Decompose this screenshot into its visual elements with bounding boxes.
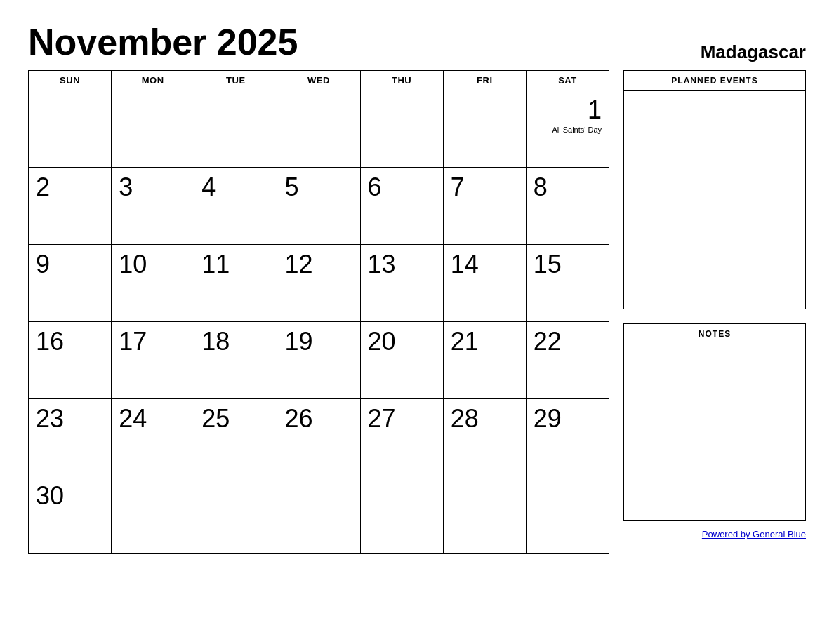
calendar-cell: 13 [360, 245, 443, 322]
calendar-cell [443, 476, 526, 554]
calendar-cell [277, 476, 360, 554]
dow-header-mon: MON [112, 71, 194, 90]
calendar-cell: 7 [443, 168, 526, 245]
calendar-cell: 21 [443, 322, 526, 399]
day-number: 28 [451, 405, 519, 433]
powered-by-link[interactable]: Powered by General Blue [702, 529, 806, 539]
notes-box: NOTES [623, 323, 806, 521]
dow-header-tue: TUE [194, 71, 277, 90]
calendar-cell [360, 476, 443, 554]
calendar-cell: 10 [112, 245, 194, 322]
calendar-cell: 6 [360, 168, 443, 245]
day-number: 26 [284, 405, 352, 433]
sidebar: PLANNED EVENTS NOTES Powered by General … [623, 70, 806, 539]
notes-header: NOTES [624, 324, 805, 344]
calendar-cell: 26 [277, 399, 360, 476]
day-number: 4 [201, 173, 270, 201]
calendar-cell: 24 [112, 399, 194, 476]
day-number: 30 [36, 482, 104, 510]
calendar-cell: 18 [194, 322, 277, 399]
calendar-cell [29, 90, 112, 168]
day-number: 22 [534, 328, 602, 356]
calendar-cell: 2 [29, 168, 112, 245]
calendar-cell: 20 [360, 322, 443, 399]
calendar-cell: 15 [526, 245, 609, 322]
day-number: 2 [36, 173, 104, 201]
calendar-table: SUNMONTUEWEDTHUFRISAT 1All Saints' Day23… [28, 70, 609, 554]
calendar-cell: 22 [526, 322, 609, 399]
calendar-section: SUNMONTUEWEDTHUFRISAT 1All Saints' Day23… [28, 70, 609, 554]
calendar-cell [277, 90, 360, 168]
calendar-cell: 25 [194, 399, 277, 476]
month-year-title: November 2025 [28, 21, 298, 63]
calendar-week-3: 16171819202122 [29, 322, 609, 399]
dow-header-wed: WED [277, 71, 360, 90]
calendar-cell [443, 90, 526, 168]
day-number: 3 [119, 173, 187, 201]
calendar-cell: 17 [112, 322, 194, 399]
calendar-cell: 11 [194, 245, 277, 322]
main-layout: SUNMONTUEWEDTHUFRISAT 1All Saints' Day23… [28, 70, 806, 554]
powered-by: Powered by General Blue [623, 529, 806, 539]
calendar-cell: 30 [29, 476, 112, 554]
day-number: 21 [451, 328, 519, 356]
calendar-cell: 1All Saints' Day [526, 90, 609, 168]
day-number: 20 [368, 328, 436, 356]
calendar-cell [194, 90, 277, 168]
calendar-cell: 3 [112, 168, 194, 245]
day-number: 1 [588, 96, 602, 124]
calendar-cell [194, 476, 277, 554]
day-number: 23 [36, 405, 104, 433]
dow-header-sun: SUN [29, 71, 112, 90]
day-number: 6 [368, 173, 436, 201]
calendar-cell: 4 [194, 168, 277, 245]
day-number: 12 [284, 250, 352, 279]
calendar-cell: 23 [29, 399, 112, 476]
calendar-cell [526, 476, 609, 554]
day-number: 15 [534, 250, 602, 279]
calendar-cell: 28 [443, 399, 526, 476]
calendar-cell: 9 [29, 245, 112, 322]
calendar-cell [360, 90, 443, 168]
day-number: 11 [201, 250, 270, 279]
planned-events-header: PLANNED EVENTS [624, 71, 805, 91]
calendar-cell [112, 90, 194, 168]
day-number: 17 [119, 328, 187, 356]
calendar-cell: 8 [526, 168, 609, 245]
day-number: 14 [451, 250, 519, 279]
calendar-week-1: 2345678 [29, 168, 609, 245]
calendar-week-2: 9101112131415 [29, 245, 609, 322]
calendar-week-0: 1All Saints' Day [29, 90, 609, 168]
calendar-week-4: 23242526272829 [29, 399, 609, 476]
day-number: 5 [284, 173, 352, 201]
day-number: 13 [368, 250, 436, 279]
calendar-cell: 14 [443, 245, 526, 322]
day-number: 27 [368, 405, 436, 433]
calendar-week-5: 30 [29, 476, 609, 554]
holiday-label: All Saints' Day [552, 126, 602, 134]
day-number: 29 [534, 405, 602, 433]
dow-header-sat: SAT [526, 71, 609, 90]
dow-header-thu: THU [360, 71, 443, 90]
dow-header-fri: FRI [443, 71, 526, 90]
calendar-cell [112, 476, 194, 554]
day-number: 10 [119, 250, 187, 279]
day-number: 25 [201, 405, 270, 433]
calendar-cell: 29 [526, 399, 609, 476]
planned-events-body [624, 91, 805, 309]
day-number: 18 [201, 328, 270, 356]
calendar-cell: 12 [277, 245, 360, 322]
day-number: 24 [119, 405, 187, 433]
calendar-cell: 27 [360, 399, 443, 476]
calendar-cell: 16 [29, 322, 112, 399]
day-number: 16 [36, 328, 104, 356]
calendar-cell: 5 [277, 168, 360, 245]
day-number: 9 [36, 250, 104, 279]
planned-events-box: PLANNED EVENTS [623, 70, 806, 309]
country-title: Madagascar [701, 41, 806, 63]
notes-body [624, 344, 805, 520]
day-number: 19 [284, 328, 352, 356]
day-number: 8 [534, 173, 602, 201]
day-number: 7 [451, 173, 519, 201]
calendar-cell: 19 [277, 322, 360, 399]
